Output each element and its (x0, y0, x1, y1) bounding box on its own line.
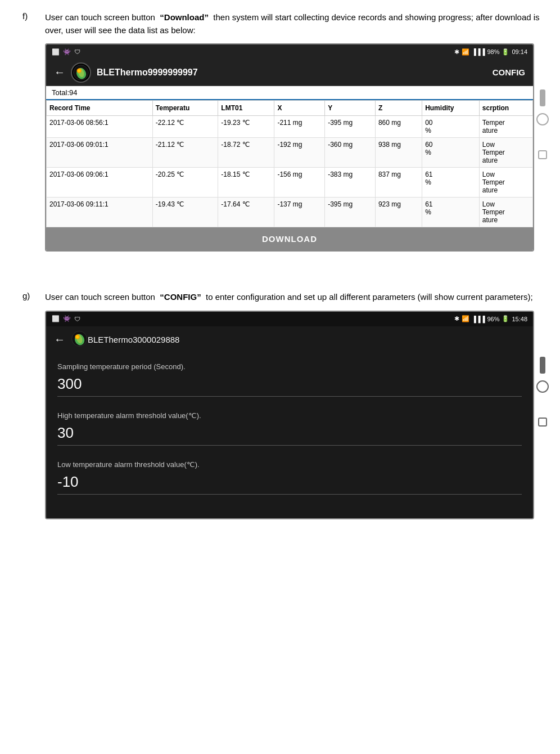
table-cell: 61 % (422, 198, 480, 227)
config-field-label-1: High temperature alarm threshold value(℃… (57, 411, 522, 420)
bug-icon: 👾 (63, 48, 71, 56)
nav-bar-f: ← BLEThermo9999999997 CONFIG (46, 59, 533, 86)
phone-g-frame: ⬜ 👾 🛡 ✱ 📶 ▐▐▐ 96% 🔋 15:48 ← (45, 311, 534, 519)
table-cell: -211 mg (274, 116, 325, 138)
table-cell: -17.64 ℃ (218, 198, 274, 227)
section-g-config-ref: “CONFIG” (160, 292, 201, 302)
table-cell: Low Temper ature (479, 138, 532, 168)
section-f-download-ref: “Download” (160, 12, 209, 22)
table-row: 2017-03-06 09:11:1-19.43 ℃-17.64 ℃-137 m… (47, 198, 533, 227)
table-cell: Temper ature (479, 116, 532, 138)
col-lmt01: LMT01 (218, 101, 274, 116)
status-bar-f: ⬜ 👾 🛡 ✱ 📶 ▐▐▐ 98% 🔋 09:14 (46, 44, 533, 59)
signal-icon-g: ▐▐▐ (472, 316, 485, 322)
side-btn-1 (540, 89, 545, 106)
phone-side-buttons-g (534, 311, 551, 443)
table-cell: -156 mg (274, 168, 325, 198)
shield-icon: 🛡 (74, 48, 80, 55)
config-content-g: Sampling temperature period (Second).300… (46, 353, 533, 518)
status-bar-g-left: ⬜ 👾 🛡 (52, 315, 80, 322)
status-bar-g-right: ✱ 📶 ▐▐▐ 96% 🔋 15:48 (454, 315, 527, 322)
table-cell: 938 mg (375, 138, 422, 168)
table-cell: 837 mg (375, 168, 422, 198)
section-f: f) User can touch screen button “Downloa… (22, 11, 538, 252)
time-g: 15:48 (512, 316, 527, 322)
status-bar-g: ⬜ 👾 🛡 ✱ 📶 ▐▐▐ 96% 🔋 15:48 (46, 312, 533, 326)
total-row-f: Total:94 (46, 86, 533, 100)
table-cell: -19.23 ℃ (218, 116, 274, 138)
table-cell: -20.25 ℃ (152, 168, 218, 198)
table-cell: 00 % (422, 116, 480, 138)
table-cell: -21.12 ℃ (152, 138, 218, 168)
logo-svg-f (73, 64, 89, 81)
section-g-text-part1: User can touch screen button (45, 292, 155, 302)
nav-bar-g: ← BLEThermo3000029888 (46, 326, 533, 353)
svg-point-9 (76, 335, 79, 338)
section-f-content: User can touch screen button “Download” … (45, 11, 551, 252)
section-g-text-part2: to enter configuration and set up all di… (206, 292, 533, 302)
table-cell: 2017-03-06 09:06:1 (47, 168, 153, 198)
table-cell: -395 mg (325, 116, 376, 138)
config-field-value-1: 30 (57, 424, 522, 446)
bug-icon-g: 👾 (63, 315, 71, 322)
section-g-content: User can touch screen button “CONFIG” to… (45, 291, 551, 519)
battery-f: 98% (487, 48, 499, 55)
config-spacer-2 (57, 498, 522, 509)
table-cell: 60 % (422, 138, 480, 168)
config-btn-f[interactable]: CONFIG (493, 68, 525, 77)
table-cell: -192 mg (274, 138, 325, 168)
status-bar-f-left: ⬜ 👾 🛡 (52, 48, 80, 56)
signal-icon: ▐▐▐ (472, 48, 485, 55)
table-cell: 2017-03-06 09:01:1 (47, 138, 153, 168)
config-field-value-0: 300 (57, 375, 522, 397)
section-g: g) User can touch screen button “CONFIG”… (22, 291, 538, 519)
bluetooth-icon-g: ✱ (454, 315, 459, 322)
wifi-icon: 📶 (462, 48, 469, 56)
table-cell: 2017-03-06 08:56:1 (47, 116, 153, 138)
side-btn-rect (538, 150, 547, 159)
col-record-time: Record Time (47, 101, 153, 116)
shield-icon-g: 🛡 (74, 316, 80, 322)
battery-icon-g: 🔋 (502, 315, 509, 322)
table-cell: 2017-03-06 09:11:1 (47, 198, 153, 227)
section-letter-g: g) (22, 291, 45, 519)
svg-point-4 (78, 69, 80, 72)
table-cell: 860 mg (375, 116, 422, 138)
table-wrapper-f: Record Time Temperatu LMT01 X Y Z Humidi… (46, 100, 533, 227)
phone-f-wrapper: ⬜ 👾 🛡 ✱ 📶 ▐▐▐ 98% 🔋 09:14 ← (45, 43, 551, 252)
col-y: Y (325, 101, 376, 116)
screen-icon: ⬜ (52, 48, 60, 56)
side-btn-g-1 (540, 357, 545, 374)
battery-icon-f: 🔋 (502, 48, 509, 56)
section-g-text: User can touch screen button “CONFIG” to… (45, 291, 551, 304)
section-letter-f: f) (22, 11, 45, 252)
device-name-f: BLEThermo9999999997 (97, 68, 493, 78)
phone-f-frame: ⬜ 👾 🛡 ✱ 📶 ▐▐▐ 98% 🔋 09:14 ← (45, 43, 534, 252)
table-cell: -360 mg (325, 138, 376, 168)
side-btn-circle (536, 113, 549, 125)
download-button-f[interactable]: DOWNLOAD (46, 227, 533, 250)
table-cell: -22.12 ℃ (152, 116, 218, 138)
col-humidity: Humidity (422, 101, 480, 116)
table-row: 2017-03-06 09:01:1-21.12 ℃-18.72 ℃-192 m… (47, 138, 533, 168)
table-cell: 61 % (422, 168, 480, 198)
back-arrow-g[interactable]: ← (54, 333, 65, 346)
col-description: scrption (479, 101, 532, 116)
table-cell: -18.15 ℃ (218, 168, 274, 198)
col-z: Z (375, 101, 422, 116)
logo-svg-g (71, 330, 88, 347)
config-field-label-0: Sampling temperature period (Second). (57, 362, 522, 371)
wifi-icon-g: 📶 (462, 315, 469, 322)
device-name-g: BLEThermo3000029888 (88, 335, 179, 344)
screen-icon-g: ⬜ (52, 315, 60, 322)
logo-f (71, 62, 91, 83)
table-cell: -383 mg (325, 168, 376, 198)
table-row: 2017-03-06 09:06:1-20.25 ℃-18.15 ℃-156 m… (47, 168, 533, 198)
logo-g (71, 330, 88, 349)
back-arrow-f[interactable]: ← (54, 66, 65, 79)
bluetooth-icon: ✱ (454, 48, 459, 56)
config-spacer-1 (57, 449, 522, 460)
battery-g: 96% (487, 316, 499, 322)
table-header-row-f: Record Time Temperatu LMT01 X Y Z Humidi… (47, 101, 533, 116)
status-bar-f-right: ✱ 📶 ▐▐▐ 98% 🔋 09:14 (454, 48, 527, 56)
